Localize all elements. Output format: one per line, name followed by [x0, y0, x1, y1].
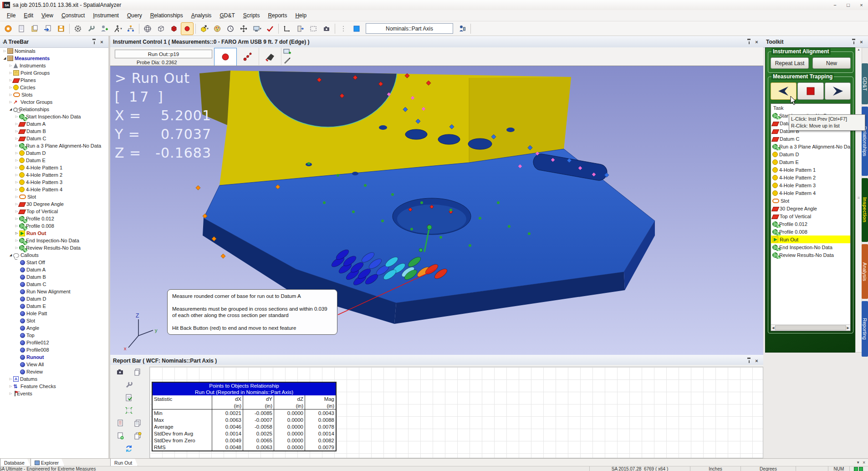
expand-icon[interactable]: ▷: [8, 71, 13, 75]
task-profile-0-008[interactable]: Profile 0.008: [771, 228, 850, 236]
tree-item-datum-e[interactable]: Datum E: [0, 302, 108, 310]
tree-item-datum-b[interactable]: ▷Datum B: [0, 128, 108, 135]
task-4-hole-pattern-3[interactable]: 4-Hole Pattern 3: [771, 181, 850, 189]
tree-item-review-results-no-data[interactable]: ▷Review Results-No Data: [0, 244, 108, 251]
tree-item-start-off[interactable]: Start Off: [0, 259, 108, 266]
expand-icon[interactable]: ▷: [14, 231, 19, 235]
red-check-icon[interactable]: [264, 22, 276, 35]
box-arrow-icon[interactable]: ▾: [198, 22, 210, 35]
menu-reports[interactable]: Reports: [264, 10, 291, 20]
menu-view[interactable]: View: [37, 10, 57, 20]
expand-icon[interactable]: ▷: [8, 64, 13, 67]
tree-item-start-inspection-no-data[interactable]: ▷Start Inspection-No Data: [0, 113, 108, 120]
point-name-field[interactable]: Run Out::p19: [115, 50, 212, 58]
collapse-icon[interactable]: ◢: [2, 56, 7, 60]
move-arrows-icon[interactable]: [237, 22, 250, 35]
close-button[interactable]: ×: [855, 0, 868, 10]
add-instrument-icon[interactable]: [98, 22, 111, 35]
tree-item-vector-groups[interactable]: ▷Vector Groups: [0, 98, 108, 106]
close-panel-icon[interactable]: ×: [753, 38, 761, 46]
expand-icon[interactable]: ▷: [14, 239, 19, 242]
task-horizontal-scrollbar[interactable]: ◀▶: [771, 324, 850, 331]
maximize-button[interactable]: □: [842, 0, 855, 10]
tree-item-datums[interactable]: ▷Datums: [0, 375, 108, 383]
menu-instrument[interactable]: Instrument: [89, 10, 123, 20]
expand-icon[interactable]: ▷: [14, 217, 19, 220]
tree-item-datum-b[interactable]: Datum B: [0, 273, 108, 281]
solid-cube-icon[interactable]: [168, 22, 180, 35]
tree-item-nominals[interactable]: ▷Nominals: [0, 47, 108, 55]
camera-icon[interactable]: [320, 22, 333, 35]
grip-icon[interactable]: [337, 22, 350, 35]
import-file-icon[interactable]: [41, 22, 54, 35]
expand-icon[interactable]: ▷: [8, 100, 13, 104]
task-top-of-vertical[interactable]: Top of Vertical: [771, 212, 850, 220]
menu-relationships[interactable]: Relationships: [146, 10, 187, 20]
new-file-icon[interactable]: [15, 22, 28, 35]
watch-icon[interactable]: [224, 22, 237, 35]
toolkit-tab-inspection[interactable]: Inspection: [862, 178, 868, 242]
tree-item-view-all[interactable]: View All: [0, 361, 108, 368]
collapse-icon[interactable]: ◢: [8, 108, 13, 111]
tree-item-events[interactable]: ▷Events: [0, 390, 108, 397]
task-30-degree-angle[interactable]: 30 Degree Angle: [771, 205, 850, 212]
measure-points-stream-button[interactable]: [237, 48, 259, 65]
tree-item-profile-0-008[interactable]: ▷Profile 0.008: [0, 222, 108, 230]
menu-scripts[interactable]: Scripts: [239, 10, 264, 20]
tree-item-angle[interactable]: Angle: [0, 324, 108, 332]
save-icon[interactable]: [55, 22, 67, 35]
tree-item-datum-d[interactable]: ▷Datum D: [0, 149, 108, 157]
tree-item-profile012[interactable]: Profile012: [0, 339, 108, 346]
pin-icon[interactable]: [90, 38, 98, 46]
toolkit-scrollbar[interactable]: ▲ ≡: [855, 47, 862, 353]
wrench-icon[interactable]: [85, 22, 97, 35]
task-datum-e[interactable]: Datum E: [771, 158, 850, 166]
tree-item-hole-patt[interactable]: Hole Patt: [0, 310, 108, 317]
tree-item-datum-e[interactable]: ▷Datum E: [0, 157, 108, 164]
pin-icon[interactable]: [850, 38, 858, 46]
snapshot-camera-icon[interactable]: [115, 368, 125, 377]
tabstrip-dropdown-icon[interactable]: ▼: [856, 461, 860, 465]
enter-door-icon[interactable]: [294, 22, 306, 35]
stop-button[interactable]: [797, 82, 823, 100]
task-slot[interactable]: Slot: [771, 197, 850, 205]
tree-item-slot[interactable]: Slot: [0, 317, 108, 324]
frame-combo[interactable]: Nominals::Part Axis: [366, 23, 453, 34]
tree-item-run-new-alignment[interactable]: Run New Alignment: [0, 288, 108, 295]
task-datum-c[interactable]: Datum C: [771, 135, 850, 143]
docs-star-icon[interactable]: [133, 431, 143, 440]
tree-item-datum-c[interactable]: Datum C: [0, 281, 108, 288]
close-panel-icon[interactable]: ×: [98, 38, 106, 46]
menu-edit[interactable]: Edit: [20, 10, 37, 20]
menu-analysis[interactable]: Analysis: [187, 10, 216, 20]
expand-icon[interactable]: ▷: [14, 166, 19, 169]
copy-pages-icon[interactable]: [133, 368, 143, 377]
measure-point-button[interactable]: [214, 48, 237, 66]
wire-cube-icon[interactable]: [154, 22, 167, 35]
toolkit-tab-reporting[interactable]: Reporting: [862, 301, 868, 357]
menu-help[interactable]: Help: [291, 10, 311, 20]
expand-icon[interactable]: ▷: [14, 159, 19, 162]
report-tools-icon[interactable]: [124, 380, 134, 389]
tree-item-datum-a[interactable]: ▷Datum A: [0, 120, 108, 128]
expand-icon[interactable]: ▷: [14, 246, 19, 250]
scanner-probe-button[interactable]: [259, 48, 281, 65]
expand-icon[interactable]: ▷: [8, 93, 13, 97]
window-add-icon[interactable]: [281, 48, 293, 56]
tree-item-runout[interactable]: Runout: [0, 353, 108, 361]
tab-database[interactable]: Database: [0, 459, 31, 466]
expand-icon[interactable]: ▷: [14, 144, 19, 148]
tree-item-point-groups[interactable]: ▷Point Groups: [0, 69, 108, 77]
pin-icon[interactable]: [745, 38, 753, 46]
selection-rect-icon[interactable]: [307, 22, 320, 35]
axes-icon[interactable]: [281, 22, 293, 35]
expand-icon[interactable]: ▷: [14, 195, 19, 199]
minimize-button[interactable]: −: [828, 0, 842, 10]
expand-icon[interactable]: ▷: [8, 392, 13, 395]
tab-explorer[interactable]: Explorer: [31, 459, 65, 466]
tree-item-slots[interactable]: ▷Slots: [0, 91, 108, 98]
toolkit-tab-analysis[interactable]: Analysis: [862, 244, 868, 299]
hierarchy-icon[interactable]: [124, 22, 137, 35]
task-run-out[interactable]: Run Out: [771, 236, 850, 243]
tree-item-end-inspection-no-data[interactable]: ▷End Inspection-No Data: [0, 237, 108, 244]
